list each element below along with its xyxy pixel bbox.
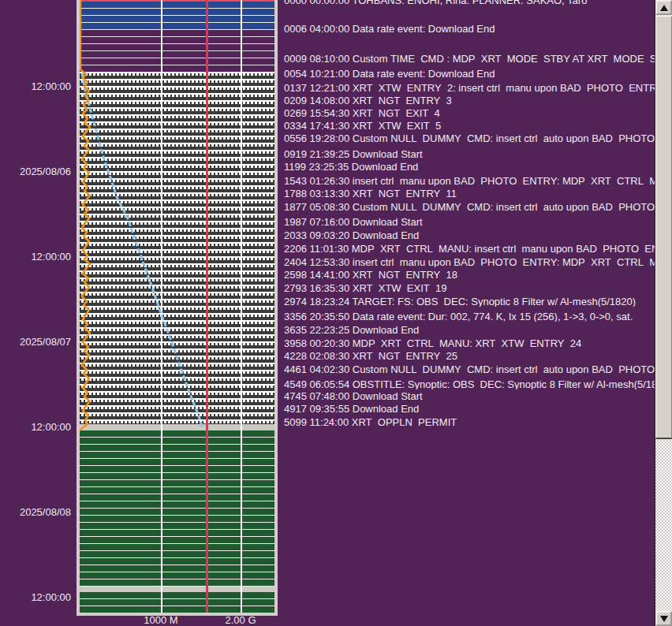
volume-axis-label-2g: 2.00 G	[209, 614, 272, 626]
time-axis-label: 2025/08/08	[0, 506, 71, 519]
event-log-line[interactable]: 0919 21:39:25 Download Start	[284, 149, 655, 159]
time-axis: 12:00:002025/08/0612:00:002025/08/0712:0…	[0, 0, 73, 626]
event-log-line[interactable]: 0009 08:10:00 Custom TIME_CMD : MDP_XRT_…	[284, 54, 655, 64]
event-log-line[interactable]: 2598 14:41:00 XRT_NGT_ENTRY_18	[284, 270, 655, 280]
event-log-panel[interactable]: 0000 00:00:00 TOHBANS: ENOHI, Rina. PLAN…	[278, 0, 655, 626]
event-log-line[interactable]: 1788 03:13:30 XRT_NGT_ENTRY_11	[284, 188, 655, 199]
time-axis-label: 2025/08/07	[0, 336, 71, 348]
event-log-line[interactable]: 3958 00:20:30 MDP_XRT_CTRL_MANU: XRT_XTW…	[284, 338, 655, 348]
xrt-planner-window: 12:00:002025/08/0612:00:002025/08/0712:0…	[0, 0, 672, 626]
event-log-line[interactable]: 5099 11:24:00 XRT_OPPLN_PERMIT	[284, 417, 655, 427]
event-log-line[interactable]: 1987 07:16:00 Download Start	[284, 217, 655, 227]
event-log-line[interactable]: 0054 10:21:00 Data rate event: Download …	[284, 69, 655, 79]
plot-area[interactable]	[80, 0, 274, 613]
down-arrow-icon	[660, 616, 668, 622]
event-log-line[interactable]: 1543 01:26:30 insert ctrl_manu upon BAD_…	[284, 176, 655, 186]
blue-accumulation-line	[82, 73, 203, 428]
event-log-line[interactable]: 4745 07:48:00 Download Start	[284, 391, 655, 401]
event-log-line[interactable]: 4917 09:35:55 Download End	[284, 404, 655, 414]
event-log-line[interactable]: 3356 20:35:50 Data rate event: Dur: 002,…	[284, 311, 655, 322]
event-log-line[interactable]: 2206 11:01:30 MDP_XRT_CTRL_MANU: insert …	[284, 244, 655, 254]
orange-usage-line	[80, 0, 90, 430]
event-log-line[interactable]: 0334 17:41:30 XRT_XTW_EXIT_5	[284, 121, 655, 131]
event-log-line[interactable]: 1199 23:25:35 Download End	[284, 162, 655, 172]
timeline-chart-frame	[77, 0, 278, 616]
event-log-line[interactable]: 2974 18:23:24 TARGET: FS: OBS_DEC: Synop…	[284, 296, 655, 307]
vertical-scrollbar[interactable]	[655, 0, 672, 626]
event-log-line[interactable]: 0209 14:08:00 XRT_NGT_ENTRY_3	[284, 95, 655, 106]
volume-axis-label-1000m: 1000 M	[129, 614, 192, 626]
time-axis-label: 2025/08/06	[0, 166, 71, 178]
event-log-line[interactable]: 0000 00:00:00 TOHBANS: ENOHI, Rina. PLAN…	[284, 0, 655, 6]
event-log-line[interactable]: 2793 16:35:30 XRT_XTW_EXIT_19	[284, 283, 655, 293]
time-axis-label: 12:00:00	[0, 251, 71, 263]
event-log-line[interactable]: 4461 04:02:30 Custom NULL_DUMMY_CMD: ins…	[284, 364, 655, 374]
event-log-line[interactable]: 4549 06:05:54 OBSTITLE: Synoptic: OBS_DE…	[284, 379, 655, 389]
event-log-line[interactable]: 2033 09:03:20 Download End	[284, 230, 655, 240]
event-log-line[interactable]: 4228 02:08:30 XRT_NGT_ENTRY_25	[284, 351, 655, 361]
event-log-line[interactable]: 3635 22:23:25 Download End	[284, 325, 655, 335]
scroll-up-button[interactable]	[655, 0, 672, 15]
time-axis-label: 12:00:00	[0, 80, 71, 93]
scrollbar-thumb[interactable]	[655, 16, 672, 439]
chart-line-overlay	[80, 0, 274, 613]
event-log-line[interactable]: 0556 19:28:00 Custom NULL_DUMMY_CMD: ins…	[284, 133, 655, 143]
scroll-down-button[interactable]	[655, 611, 672, 626]
event-log-line[interactable]: 1877 05:08:30 Custom NULL_DUMMY_CMD: ins…	[284, 202, 655, 212]
event-log-line[interactable]: 0137 12:21:00 XRT_XTW_ENTRY_2: insert ct…	[284, 83, 655, 93]
event-log-line[interactable]: 0269 15:54:30 XRT_NGT_EXIT_4	[284, 108, 655, 118]
time-axis-label: 12:00:00	[0, 421, 71, 434]
up-arrow-icon	[660, 5, 668, 11]
event-log-line[interactable]: 2404 12:53:30 insert ctrl_manu upon BAD_…	[284, 257, 655, 267]
event-log-line[interactable]: 0006 04:00:00 Data rate event: Download …	[284, 24, 655, 34]
time-axis-label: 12:00:00	[0, 591, 71, 604]
